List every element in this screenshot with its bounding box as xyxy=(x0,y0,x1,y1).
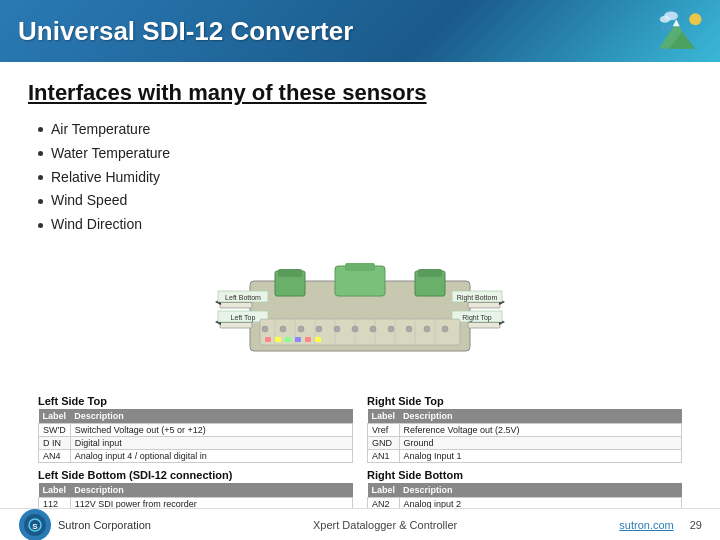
svg-rect-62 xyxy=(315,337,321,342)
cell-desc: Analog Input 1 xyxy=(399,449,681,462)
svg-marker-2 xyxy=(673,19,680,26)
right-top-data-table: Label Description Vref Reference Voltage… xyxy=(367,409,682,463)
table-row: SW'D Switched Voltage out (+5 or +12) xyxy=(39,423,353,436)
bullet-icon xyxy=(38,199,43,204)
col-header-label: Label xyxy=(368,483,400,498)
svg-point-48 xyxy=(298,326,304,332)
footer-logo: S Sutron Corporation xyxy=(18,508,151,541)
svg-point-3 xyxy=(689,13,701,25)
list-item: Water Temperature xyxy=(38,142,692,166)
list-item: Wind Speed xyxy=(38,189,692,213)
svg-point-53 xyxy=(388,326,394,332)
footer-website: sutron.com xyxy=(619,519,673,531)
right-side-top-table: Right Side Top Label Description Vref Re… xyxy=(367,395,682,463)
table-row: GND Ground xyxy=(368,436,682,449)
list-item-label: Wind Direction xyxy=(51,213,142,237)
cell-desc: Analog input 4 / optional digital in xyxy=(70,449,352,462)
svg-rect-57 xyxy=(265,337,271,342)
svg-line-8 xyxy=(669,25,671,30)
sensor-list: Air Temperature Water Temperature Relati… xyxy=(28,118,692,237)
list-item-label: Wind Speed xyxy=(51,189,127,213)
footer: S Sutron Corporation Xpert Datalogger & … xyxy=(0,508,720,540)
svg-rect-61 xyxy=(305,337,311,342)
col-header-desc: Description xyxy=(70,483,352,498)
header: Universal SDI-12 Converter xyxy=(0,0,720,62)
section-title: Interfaces with many of these sensors xyxy=(28,80,692,106)
svg-rect-13 xyxy=(345,263,375,271)
cell-label: AN1 xyxy=(368,449,400,462)
device-diagram-area: Left Bottom Left Top Right Bottom Right … xyxy=(28,251,692,385)
svg-point-52 xyxy=(370,326,376,332)
footer-product: Xpert Datalogger & Controller xyxy=(151,519,619,531)
col-header-desc: Description xyxy=(399,483,681,498)
table-row: D IN Digital input xyxy=(39,436,353,449)
svg-text:Left Bottom: Left Bottom xyxy=(225,294,261,301)
bullet-icon xyxy=(38,151,43,156)
footer-company: Sutron Corporation xyxy=(58,519,151,531)
cell-desc: Ground xyxy=(399,436,681,449)
table-row: Vref Reference Voltage out (2.5V) xyxy=(368,423,682,436)
svg-rect-60 xyxy=(295,337,301,342)
cell-label: GND xyxy=(368,436,400,449)
svg-rect-59 xyxy=(285,337,291,342)
svg-line-6 xyxy=(662,25,664,30)
bullet-icon xyxy=(38,223,43,228)
svg-point-55 xyxy=(424,326,430,332)
table-row: AN1 Analog Input 1 xyxy=(368,449,682,462)
cell-label: D IN xyxy=(39,436,71,449)
svg-point-51 xyxy=(352,326,358,332)
footer-right: sutron.com 29 xyxy=(619,519,702,531)
left-side-top-table: Left Side Top Label Description SW'D Swi… xyxy=(38,395,353,463)
right-side-top-title: Right Side Top xyxy=(367,395,682,407)
svg-point-47 xyxy=(280,326,286,332)
col-header-desc: Description xyxy=(70,409,352,424)
svg-point-50 xyxy=(334,326,340,332)
cell-desc: Switched Voltage out (+5 or +12) xyxy=(70,423,352,436)
col-header-label: Label xyxy=(368,409,400,424)
svg-rect-11 xyxy=(278,269,302,277)
table-row: AN4 Analog input 4 / optional digital in xyxy=(39,449,353,462)
right-side-bottom-title: Right Side Bottom xyxy=(367,469,682,481)
svg-point-56 xyxy=(442,326,448,332)
weather-icon xyxy=(652,6,704,56)
main-content: Interfaces with many of these sensors Ai… xyxy=(0,62,720,537)
cell-desc: Reference Voltage out (2.5V) xyxy=(399,423,681,436)
list-item-label: Relative Humidity xyxy=(51,166,160,190)
tables-container: Left Side Top Label Description SW'D Swi… xyxy=(38,395,682,463)
sutron-logo-icon: S xyxy=(18,508,52,541)
list-item: Wind Direction xyxy=(38,213,692,237)
left-top-data-table: Label Description SW'D Switched Voltage … xyxy=(38,409,353,463)
left-side-bottom-title: Left Side Bottom (SDI-12 connection) xyxy=(38,469,353,481)
svg-rect-15 xyxy=(418,269,442,277)
svg-point-5 xyxy=(664,12,678,21)
header-title: Universal SDI-12 Converter xyxy=(18,16,353,47)
svg-point-49 xyxy=(316,326,322,332)
cell-label: SW'D xyxy=(39,423,71,436)
svg-point-54 xyxy=(406,326,412,332)
svg-text:S: S xyxy=(32,522,38,531)
left-side-top-title: Left Side Top xyxy=(38,395,353,407)
cell-desc: Digital input xyxy=(70,436,352,449)
footer-page-number: 29 xyxy=(690,519,702,531)
svg-line-7 xyxy=(666,25,668,30)
cell-label: AN4 xyxy=(39,449,71,462)
bullet-icon xyxy=(38,127,43,132)
svg-point-46 xyxy=(262,326,268,332)
svg-rect-58 xyxy=(275,337,281,342)
device-svg: Left Bottom Left Top Right Bottom Right … xyxy=(120,251,600,381)
bullet-icon xyxy=(38,175,43,180)
cell-label: Vref xyxy=(368,423,400,436)
svg-text:Left Top: Left Top xyxy=(231,314,256,322)
col-header-label: Label xyxy=(39,409,71,424)
diagram-container: Left Bottom Left Top Right Bottom Right … xyxy=(120,251,600,385)
list-item-label: Air Temperature xyxy=(51,118,150,142)
svg-text:Right Bottom: Right Bottom xyxy=(457,294,498,302)
list-item-label: Water Temperature xyxy=(51,142,170,166)
col-header-desc: Description xyxy=(399,409,681,424)
list-item: Relative Humidity xyxy=(38,166,692,190)
col-header-label: Label xyxy=(39,483,71,498)
list-item: Air Temperature xyxy=(38,118,692,142)
svg-text:Right Top: Right Top xyxy=(462,314,492,322)
